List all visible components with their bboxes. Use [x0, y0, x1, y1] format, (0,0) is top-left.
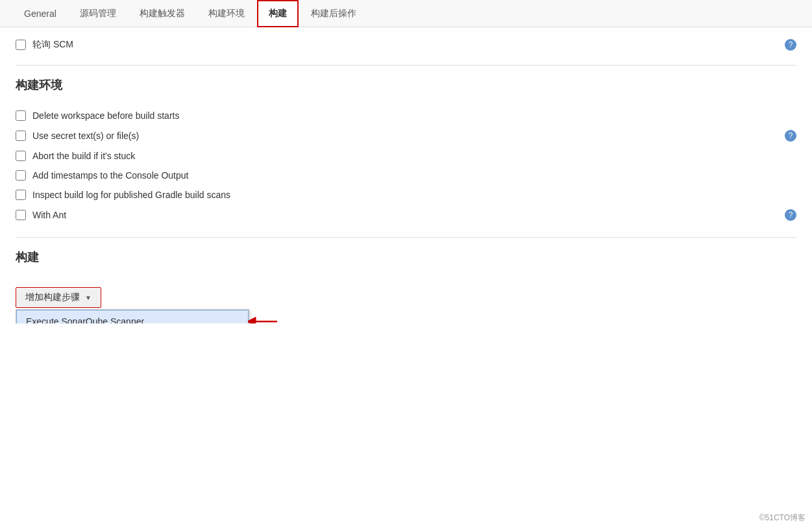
checkbox-row-abort-stuck: Abort the build if it's stuck	[16, 146, 796, 166]
build-env-title: 构建环境	[16, 77, 796, 97]
menu-item-execute-sonarqube[interactable]: Execute SonarQube Scanner	[16, 310, 249, 323]
label-abort-stuck: Abort the build if it's stuck	[32, 151, 135, 161]
scm-checkbox[interactable]	[16, 40, 26, 50]
main-content: 轮询 SCM ? 构建环境 Delete workspace before bu…	[0, 27, 812, 323]
tab-post-build[interactable]: 构建后操作	[300, 1, 367, 27]
scm-row: 轮询 SCM ?	[16, 34, 796, 53]
divider-1	[16, 65, 796, 66]
checkbox-row-delete-workspace: Delete workspace before build starts	[16, 106, 796, 125]
checkbox-use-secret[interactable]	[16, 131, 26, 141]
label-add-timestamps: Add timestamps to the Console Output	[32, 170, 188, 181]
checkbox-row-with-ant: With Ant ?	[16, 205, 796, 225]
label-with-ant: With Ant	[32, 210, 66, 220]
add-step-wrapper: 增加构建步骤 ▼ Execute SonarQube Scanner	[16, 278, 101, 308]
build-title: 构建	[16, 249, 796, 269]
with-ant-help-icon[interactable]: ?	[785, 209, 796, 221]
checkbox-delete-workspace[interactable]	[16, 110, 26, 121]
tab-build-env[interactable]: 构建环境	[197, 1, 256, 27]
checkbox-abort-stuck[interactable]	[16, 151, 26, 161]
scm-help-icon[interactable]: ?	[785, 39, 796, 51]
use-secret-help-icon[interactable]: ?	[785, 130, 796, 142]
divider-2	[16, 237, 796, 238]
checkbox-inspect-build-log[interactable]	[16, 190, 26, 200]
checkbox-row-inspect-build-log: Inspect build log for published Gradle b…	[16, 185, 796, 205]
build-section: 构建 增加构建步骤 ▼ Execute SonarQube Scanner	[16, 249, 796, 308]
red-arrow-icon	[248, 314, 280, 323]
tab-source-mgmt[interactable]: 源码管理	[69, 1, 127, 27]
checkbox-with-ant[interactable]	[16, 210, 26, 220]
checkbox-row-use-secret: Use secret text(s) or file(s) ?	[16, 125, 796, 146]
tab-general[interactable]: General	[13, 1, 68, 26]
label-use-secret: Use secret text(s) or file(s)	[32, 131, 139, 141]
build-step-dropdown: Execute SonarQube Scanner Invoke Ant	[16, 309, 249, 323]
label-delete-workspace: Delete workspace before build starts	[32, 110, 179, 121]
menu-label-execute-sonarqube: Execute SonarQube Scanner	[26, 316, 144, 323]
top-nav-bar: General 源码管理 构建触发器 构建环境 构建 构建后操作	[0, 0, 812, 27]
add-step-button[interactable]: 增加构建步骤 ▼	[16, 287, 101, 308]
checkbox-add-timestamps[interactable]	[16, 170, 26, 181]
scm-label: 轮询 SCM	[32, 39, 73, 51]
tab-build[interactable]: 构建	[257, 0, 299, 27]
dropdown-arrow-icon: ▼	[85, 294, 92, 301]
label-inspect-build-log: Inspect build log for published Gradle b…	[32, 190, 230, 200]
tab-build-triggers[interactable]: 构建触发器	[129, 1, 196, 27]
checkbox-row-add-timestamps: Add timestamps to the Console Output	[16, 166, 796, 185]
add-step-label: 增加构建步骤	[25, 292, 80, 303]
